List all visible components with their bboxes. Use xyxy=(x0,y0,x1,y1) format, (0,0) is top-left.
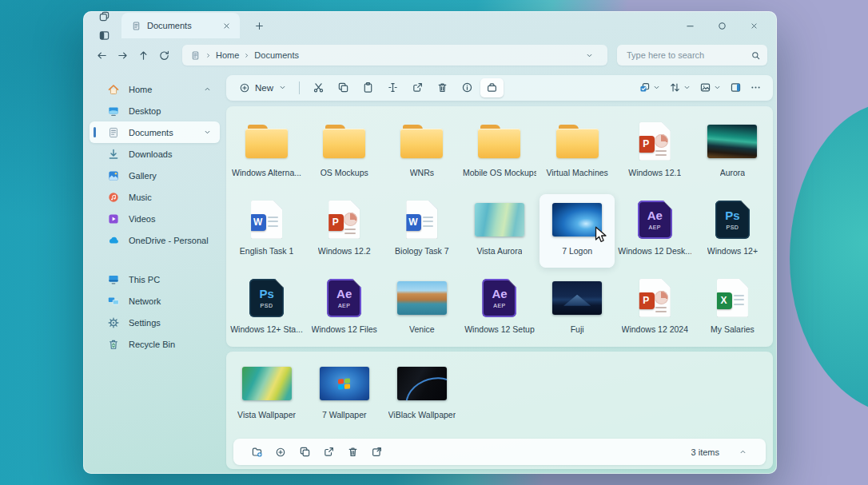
sidebar-item-videos[interactable]: Videos xyxy=(90,208,220,229)
file-label: Venice xyxy=(409,324,435,334)
close-icon xyxy=(222,22,231,30)
file-label: Windows 12+ xyxy=(707,246,758,256)
close-icon xyxy=(750,22,759,30)
file-item-venice[interactable]: Venice xyxy=(384,272,460,346)
file-item-wnrs[interactable]: WNRs xyxy=(384,116,460,189)
maximize-button[interactable] xyxy=(710,16,734,35)
sidebar-item-recycle-bin[interactable]: Recycle Bin xyxy=(90,333,220,355)
dual-pane-button[interactable] xyxy=(93,26,115,45)
file-item-english-task-1[interactable]: WEnglish Task 1 xyxy=(229,194,305,268)
share-button[interactable] xyxy=(317,443,340,462)
copy-button[interactable] xyxy=(293,443,317,462)
address-dropdown-button[interactable] xyxy=(579,45,599,66)
breadcrumb-item-documents[interactable]: Documents xyxy=(254,50,299,60)
sidebar-item-documents[interactable]: Documents xyxy=(90,121,220,143)
file-item-windows-12-files[interactable]: AeAEPWindows 12 Files xyxy=(307,272,382,346)
tab-title: Documents xyxy=(147,21,213,30)
file-thumbnail-area: P xyxy=(639,121,671,161)
recycle-bin-icon xyxy=(107,338,120,351)
document-icon xyxy=(190,50,201,61)
file-label: Fuji xyxy=(571,324,584,334)
search-box[interactable] xyxy=(617,45,767,66)
cut-button[interactable] xyxy=(307,78,330,97)
archive-button[interactable] xyxy=(480,78,504,97)
rename-button[interactable] xyxy=(381,78,404,97)
sidebar-item-label: Videos xyxy=(129,214,213,224)
file-item-7-logon[interactable]: 7 Logon xyxy=(540,194,615,268)
share-button[interactable] xyxy=(406,78,429,97)
file-item-windows-12-setup[interactable]: AeAEPWindows 12 Setup xyxy=(462,272,537,346)
powerpoint-file-icon: P xyxy=(328,201,360,239)
minimize-button[interactable] xyxy=(678,16,702,35)
details-pane-button[interactable] xyxy=(727,79,745,96)
refresh-button[interactable] xyxy=(153,45,174,66)
back-button[interactable] xyxy=(91,45,112,66)
downloads-icon xyxy=(107,148,120,161)
file-item-fuji[interactable]: Fuji xyxy=(540,272,615,346)
search-input[interactable] xyxy=(627,50,751,60)
sidebar-item-label: Gallery xyxy=(129,171,213,181)
breadcrumb-item-home[interactable]: Home xyxy=(216,50,239,60)
sidebar-item-network[interactable]: Network xyxy=(90,290,220,312)
sidebar-item-downloads[interactable]: Downloads xyxy=(90,143,220,165)
file-item-my-salaries[interactable]: XMy Salaries xyxy=(695,272,770,346)
file-item-windows-alterna[interactable]: Windows Alterna... xyxy=(229,116,305,189)
file-item-virtual-machines[interactable]: Virtual Machines xyxy=(540,116,615,189)
collapse-tray-button[interactable] xyxy=(731,443,755,462)
close-button[interactable] xyxy=(742,16,766,35)
delete-button[interactable] xyxy=(431,78,454,97)
desktop-icon xyxy=(107,105,120,117)
file-label: WNRs xyxy=(410,168,434,177)
sidebar-item-onedrive-personal[interactable]: OneDrive - Personal xyxy=(90,229,220,251)
new-folder-button[interactable] xyxy=(245,443,269,462)
folder-icon xyxy=(400,125,443,158)
file-item-vista-wallpaper[interactable]: Vista Wallpaper xyxy=(229,358,305,431)
new-button[interactable]: New xyxy=(234,80,292,96)
forward-button[interactable] xyxy=(112,45,133,66)
sidebar-item-label: Downloads xyxy=(129,149,213,159)
gallery-icon xyxy=(107,169,120,182)
tab-close-button[interactable] xyxy=(219,18,233,33)
document-icon xyxy=(131,21,141,31)
properties-button[interactable] xyxy=(456,78,479,97)
file-item-windows-12-2[interactable]: PWindows 12.2 xyxy=(307,194,382,268)
file-item-windows-12-desk[interactable]: AeAEPWindows 12 Desk... xyxy=(617,194,692,268)
file-item-mobile-os-mockups[interactable]: Mobile OS Mockups xyxy=(462,116,537,189)
more-button[interactable] xyxy=(747,79,765,96)
file-item-aurora[interactable]: Aurora xyxy=(695,116,770,189)
sidebar-item-this-pc[interactable]: This PC xyxy=(90,268,220,290)
delete-button[interactable] xyxy=(340,443,364,462)
sidebar-item-gallery[interactable]: Gallery xyxy=(90,165,220,186)
file-item-windows-12[interactable]: PsPSDWindows 12+ xyxy=(695,194,770,268)
sidebar-item-label: Music xyxy=(129,193,213,202)
tab-bar: Documents xyxy=(83,11,777,38)
sidebar-item-label: Network xyxy=(129,296,213,306)
view-button[interactable] xyxy=(696,79,725,96)
file-item-windows-12-sta[interactable]: PsPSDWindows 12+ Sta... xyxy=(229,272,305,346)
address-bar[interactable]: HomeDocuments xyxy=(182,45,607,66)
file-item-biology-task-7[interactable]: WBiology Task 7 xyxy=(384,194,460,268)
sidebar-item-home[interactable]: Home xyxy=(90,78,220,100)
open-new-button[interactable] xyxy=(364,443,388,462)
file-item-windows-12-1[interactable]: PWindows 12.1 xyxy=(617,116,692,189)
add-circle-button[interactable] xyxy=(269,443,293,462)
sidebar-item-desktop[interactable]: Desktop xyxy=(90,100,220,121)
file-item-os-mockups[interactable]: OS Mockups xyxy=(307,116,382,189)
copy-button[interactable] xyxy=(332,78,355,97)
sidebar-item-settings[interactable]: Settings xyxy=(90,312,220,333)
window-stack-button[interactable] xyxy=(93,6,115,26)
seven-logon-thumbnail xyxy=(552,203,602,237)
paste-button[interactable] xyxy=(356,78,380,97)
file-item-vista-aurora[interactable]: Vista Aurora xyxy=(462,194,537,268)
layout-button[interactable] xyxy=(635,79,664,96)
file-item-windows-12-2024[interactable]: PWindows 12 2024 xyxy=(617,272,692,346)
tab-documents[interactable]: Documents xyxy=(121,13,240,38)
new-tab-button[interactable] xyxy=(248,16,270,35)
sort-button[interactable] xyxy=(666,79,695,96)
file-item-viblack-wallpaper[interactable]: ViBlack Wallpaper xyxy=(384,358,460,431)
file-item-7-wallpaper[interactable]: 7 Wallpaper xyxy=(307,358,382,431)
file-label: English Task 1 xyxy=(240,246,294,256)
up-button[interactable] xyxy=(133,45,153,66)
sidebar-item-music[interactable]: Music xyxy=(90,186,220,208)
layout-icon xyxy=(639,81,651,93)
